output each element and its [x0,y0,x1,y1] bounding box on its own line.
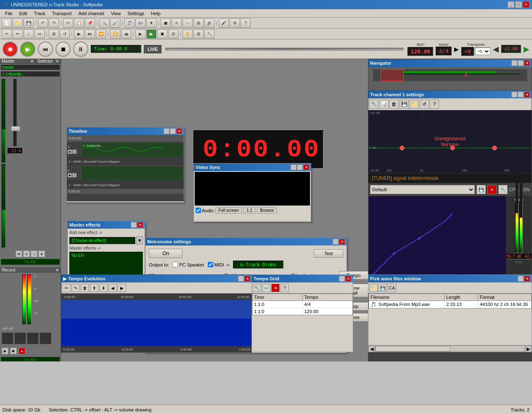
eq-button[interactable]: ● [38,251,45,257]
master-effects-link[interactable]: Master effects -> [69,246,143,251]
close-button[interactable]: ✕ [523,1,529,8]
meter-value[interactable]: 4/4 [436,47,451,55]
pw-scrollbar[interactable]: ◀ ▶ [368,345,532,352]
browse-button[interactable]: Browse [257,207,277,214]
tc-tool-2[interactable]: 📊 [379,100,389,109]
me-close-btn[interactable]: ✕ [137,222,143,228]
thumb-4[interactable] [40,332,51,344]
maximize-button[interactable]: □ [515,1,522,8]
tb2-btn-14[interactable]: ⏹ [157,29,167,39]
master-close[interactable]: ✕ [30,59,34,63]
open-button[interactable]: 📁 [13,18,23,28]
tb-btn-5[interactable]: 🎵 [124,18,135,28]
ratio-button[interactable]: 1:1 [244,207,255,214]
tb2-btn-8[interactable]: ⏭ [85,29,95,39]
tb-btn-7[interactable]: ▼ [146,18,156,28]
tb2-btn-11[interactable]: ⏏ [121,29,131,39]
nav-min-btn[interactable]: _ [511,60,517,66]
tb2-btn-2[interactable]: ✏ [13,29,23,39]
tb-btn-13[interactable]: 🎤 [219,18,229,28]
thumb-1[interactable] [2,332,13,344]
tg-min-btn[interactable]: _ [339,276,345,282]
tb2-btn-6[interactable]: ↺ [60,29,70,39]
effect-dropdown-arrow[interactable]: ▼ [136,236,143,245]
save-button[interactable]: 💾 [24,18,34,28]
tc-max-btn[interactable]: □ [518,92,524,98]
tb2-btn-1[interactable]: ✂ [2,29,12,39]
te-tool-2[interactable]: ✎ [71,284,80,292]
tg-tool-1[interactable]: 🔧 [253,284,261,292]
te-scroll[interactable]: 0:00.00 0:20.00 0:40.00 1:00.00 [61,346,252,353]
tb2-btn-12[interactable]: ▶ [135,29,146,39]
pw-scroll-thumb[interactable] [376,346,450,351]
te-tool-5[interactable]: ⬇ [99,284,108,292]
thumb-2[interactable] [14,332,26,344]
tb2-btn-10[interactable]: 🔀 [110,29,120,39]
live-button[interactable]: LIVE [144,45,161,53]
solo-button[interactable]: S [23,251,30,257]
tb-btn-15[interactable]: ? [241,18,251,28]
tb2-btn-5[interactable]: ⊞ [49,29,59,39]
menu-track[interactable]: Track [31,10,49,17]
undo-button[interactable]: ↶ [38,18,48,28]
ctrl-btn-2[interactable]: ⏺ [10,348,17,354]
video-sync-max-btn[interactable]: □ [297,164,303,170]
tb-btn-6[interactable]: 🎶 [135,18,146,28]
tg-tool-4[interactable]: ? [281,284,289,292]
pw-tool-1[interactable]: 📁 [369,284,378,292]
timeline-min-btn[interactable]: _ [164,128,169,134]
selector-close[interactable]: ✕ [56,59,59,63]
tb2-btn-13[interactable]: ▶ [146,29,156,39]
tc-tool-3[interactable]: 🗑 [389,100,399,109]
meter-arrow-btn[interactable]: ▶ [454,46,459,53]
save-preset-btn[interactable]: 💾 [476,185,486,194]
tb-btn-14[interactable]: ⚙ [230,18,240,28]
zoom-out-button[interactable]: 🔎 [110,18,120,28]
tb2-btn-15[interactable]: ⊟ [168,29,178,39]
tb-btn-12[interactable]: 🔊 [204,18,214,28]
pw-tool-2[interactable]: 💾 [378,284,387,292]
timeline-close-btn[interactable]: ✕ [176,128,182,134]
pw-scroll-right[interactable]: ▶ [525,345,532,352]
track-play-2[interactable]: ▶ [68,173,72,177]
timeline-scroll[interactable]: 0:00.00 [67,189,184,194]
menu-view[interactable]: View [108,10,124,17]
timeline-max-btn[interactable]: □ [170,128,176,134]
metro-min-btn[interactable]: _ [333,239,339,245]
pause-button[interactable]: ⏸ [73,42,88,57]
play-button[interactable]: ▶ [20,42,35,57]
metro-test-button[interactable]: Test [314,249,343,258]
te-tool-4[interactable]: ⬆ [90,284,98,292]
paste-button[interactable]: 📌 [85,18,95,28]
nav-max-btn[interactable]: □ [518,60,524,66]
tb2-btn-9[interactable]: ⏪ [96,29,106,39]
metro-on-button[interactable]: On [149,249,183,258]
fullscreen-button[interactable]: Full screen [215,207,242,214]
copy-button[interactable]: 📋 [74,18,84,28]
fx-button[interactable]: ☆ [31,251,37,257]
te-tool-6[interactable]: ◀ [109,284,117,292]
tb-btn-11[interactable]: ⊞ [193,18,204,28]
tc-min-btn[interactable]: _ [511,92,517,98]
tb-btn-8[interactable]: ◼ [161,18,171,28]
pc-speaker-checkbox[interactable] [172,262,178,267]
delete-preset-btn[interactable]: ✕ [487,185,497,194]
te-tool-1[interactable]: ✏ [62,284,71,292]
midi-checkbox[interactable] [208,262,213,267]
tg-tool-2[interactable]: 💀 [262,284,270,292]
tb2-btn-3[interactable]: ↕ [24,29,34,39]
cut-button[interactable]: ✂ [63,18,73,28]
settings-preset-btn[interactable]: 🔧 [498,185,508,194]
transpose-value[interactable]: +0 [461,47,474,56]
tb2-btn-16[interactable]: ✋ [183,29,193,39]
track-mute-2[interactable]: S [72,173,77,177]
menu-help[interactable]: Help [148,10,164,17]
pw-scroll-left[interactable]: ◀ [368,345,375,352]
te-close-btn[interactable]: ✕ [244,276,250,282]
record-button[interactable]: ⏺ [3,42,18,57]
tb2-btn-17[interactable]: ⊞ [193,29,204,39]
effect-dropdown-display[interactable]: {Choose an effect} [69,237,135,244]
me-min-btn[interactable]: _ [131,222,137,228]
tc-close-btn[interactable]: ✕ [524,92,530,98]
add-effect-link[interactable]: Add new effect -> [69,230,143,235]
